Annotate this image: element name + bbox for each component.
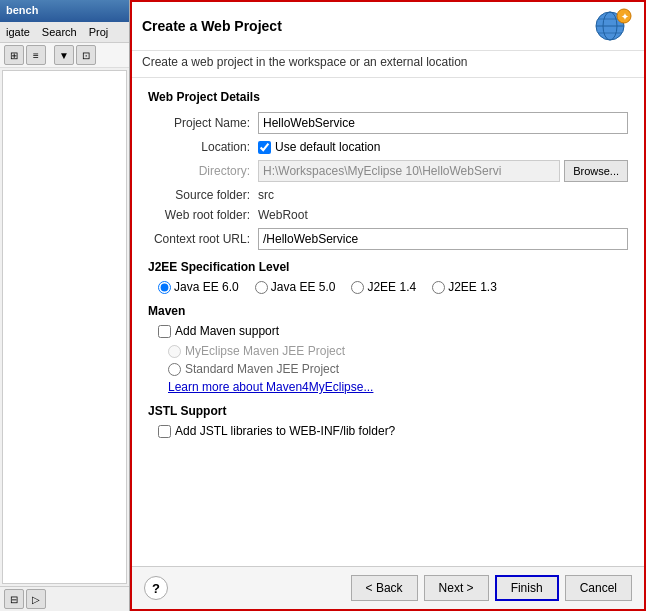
cancel-button[interactable]: Cancel: [565, 575, 632, 601]
svg-text:✦: ✦: [621, 12, 629, 22]
web-root-folder-label: Web root folder:: [148, 208, 258, 222]
standard-maven-radio[interactable]: [168, 363, 181, 376]
myeclipse-maven-radio: [168, 345, 181, 358]
j2ee-option-javaee6: Java EE 6.0: [158, 280, 239, 294]
location-label: Location:: [148, 140, 258, 154]
footer-buttons: < Back Next > Finish Cancel: [351, 575, 632, 601]
jstl-section: JSTL Support Add JSTL libraries to WEB-I…: [148, 404, 628, 438]
source-folder-value: src: [258, 188, 628, 202]
directory-label: Directory:: [148, 164, 258, 178]
finish-button[interactable]: Finish: [495, 575, 559, 601]
add-jstl-checkbox[interactable]: [158, 425, 171, 438]
jstl-checkbox-row: Add JSTL libraries to WEB-INF/lib folder…: [148, 424, 628, 438]
dialog-titlebar: Create a Web Project ✦: [132, 2, 644, 51]
add-maven-checkbox[interactable]: [158, 325, 171, 338]
learn-more-link[interactable]: Learn more about Maven4MyEclipse...: [168, 380, 373, 394]
sidebar-titlebar: bench: [0, 0, 129, 22]
add-jstl-label: Add JSTL libraries to WEB-INF/lib folder…: [175, 424, 395, 438]
j2ee-section: J2EE Specification Level Java EE 6.0 Jav…: [148, 260, 628, 294]
standard-maven-row: Standard Maven JEE Project: [148, 362, 628, 376]
sidebar-title: bench: [6, 4, 38, 16]
toolbar-btn-2[interactable]: ≡: [26, 45, 46, 65]
location-row: Location: Use default location: [148, 140, 628, 154]
use-default-location-label: Use default location: [275, 140, 380, 154]
myeclipse-maven-label: MyEclipse Maven JEE Project: [185, 344, 345, 358]
standard-maven-label: Standard Maven JEE Project: [185, 362, 339, 376]
toolbar-btn-4[interactable]: ⊡: [76, 45, 96, 65]
sidebar: bench igate Search Proj ⊞ ≡ ▼ ⊡ ⊟ ▷: [0, 0, 130, 611]
dialog-body: Web Project Details Project Name: Locati…: [132, 78, 644, 566]
j2ee-radio-j2ee14[interactable]: [351, 281, 364, 294]
globe-icon: ✦: [586, 8, 634, 44]
j2ee-radio-j2ee13[interactable]: [432, 281, 445, 294]
j2ee-label-j2ee13: J2EE 1.3: [448, 280, 497, 294]
jstl-title: JSTL Support: [148, 404, 628, 418]
dialog-footer: ? < Back Next > Finish Cancel: [132, 566, 644, 609]
source-folder-label: Source folder:: [148, 188, 258, 202]
maven-title: Maven: [148, 304, 628, 318]
j2ee-option-j2ee14: J2EE 1.4: [351, 280, 416, 294]
j2ee-label-j2ee14: J2EE 1.4: [367, 280, 416, 294]
browse-button[interactable]: Browse...: [564, 160, 628, 182]
sidebar-bottom-btn-1[interactable]: ⊟: [4, 589, 24, 609]
j2ee-radio-javaee6[interactable]: [158, 281, 171, 294]
learn-more-row: Learn more about Maven4MyEclipse...: [148, 380, 628, 394]
sidebar-toolbar: ⊞ ≡ ▼ ⊡: [0, 43, 129, 68]
sidebar-menu-proj[interactable]: Proj: [83, 24, 115, 40]
web-root-folder-value: WebRoot: [258, 208, 628, 222]
context-root-url-label: Context root URL:: [148, 232, 258, 246]
dialog-subtitle: Create a web project in the workspace or…: [132, 51, 644, 78]
help-button[interactable]: ?: [144, 576, 168, 600]
maven-section: Maven Add Maven support MyEclipse Maven …: [148, 304, 628, 394]
sidebar-bottom: ⊟ ▷: [0, 586, 129, 611]
toolbar-btn-1[interactable]: ⊞: [4, 45, 24, 65]
project-name-input[interactable]: [258, 112, 628, 134]
add-maven-row: Add Maven support: [148, 324, 628, 338]
sidebar-bottom-btn-2[interactable]: ▷: [26, 589, 46, 609]
dialog-title: Create a Web Project: [142, 18, 282, 34]
myeclipse-maven-row: MyEclipse Maven JEE Project: [148, 344, 628, 358]
project-name-row: Project Name:: [148, 112, 628, 134]
j2ee-label-javaee5: Java EE 5.0: [271, 280, 336, 294]
sidebar-menu: igate Search Proj: [0, 22, 129, 43]
toolbar-btn-3[interactable]: ▼: [54, 45, 74, 65]
project-name-label: Project Name:: [148, 116, 258, 130]
context-root-url-row: Context root URL:: [148, 228, 628, 250]
directory-input-group: Browse...: [258, 160, 628, 182]
j2ee-title: J2EE Specification Level: [148, 260, 628, 274]
web-root-folder-row: Web root folder: WebRoot: [148, 208, 628, 222]
create-web-project-dialog: Create a Web Project ✦ Create a web proj…: [130, 0, 646, 611]
sidebar-content-area: [2, 70, 127, 584]
j2ee-radio-group: Java EE 6.0 Java EE 5.0 J2EE 1.4 J2EE 1.…: [148, 280, 628, 294]
j2ee-radio-javaee5[interactable]: [255, 281, 268, 294]
sidebar-menu-navigate[interactable]: igate: [0, 24, 36, 40]
web-project-details-title: Web Project Details: [148, 90, 628, 104]
next-button[interactable]: Next >: [424, 575, 489, 601]
context-root-url-input[interactable]: [258, 228, 628, 250]
source-folder-row: Source folder: src: [148, 188, 628, 202]
directory-row: Directory: Browse...: [148, 160, 628, 182]
j2ee-option-javaee5: Java EE 5.0: [255, 280, 336, 294]
back-button[interactable]: < Back: [351, 575, 418, 601]
sidebar-menu-search[interactable]: Search: [36, 24, 83, 40]
j2ee-label-javaee6: Java EE 6.0: [174, 280, 239, 294]
add-maven-label: Add Maven support: [175, 324, 279, 338]
use-default-location-checkbox[interactable]: [258, 141, 271, 154]
j2ee-option-j2ee13: J2EE 1.3: [432, 280, 497, 294]
location-checkbox-row: Use default location: [258, 140, 380, 154]
directory-input: [258, 160, 560, 182]
